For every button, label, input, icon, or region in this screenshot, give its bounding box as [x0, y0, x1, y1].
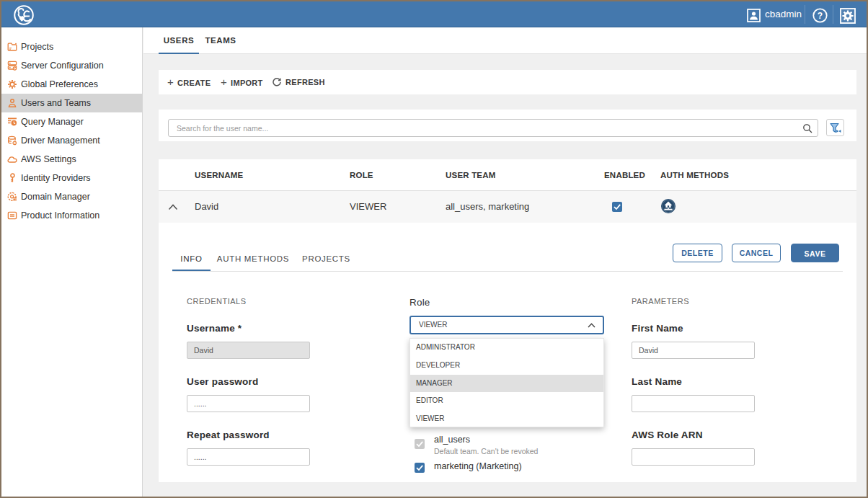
svg-text:?: ? — [818, 11, 823, 21]
